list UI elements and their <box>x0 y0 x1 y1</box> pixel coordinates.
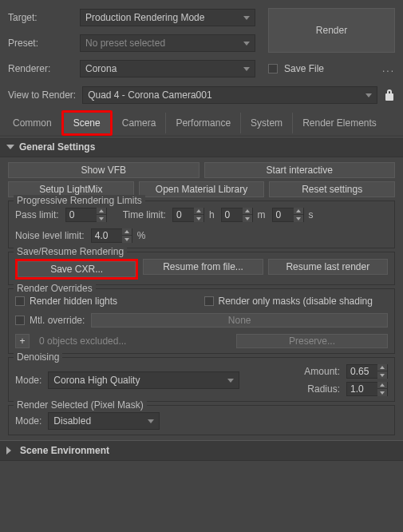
noise-limit-spinner[interactable] <box>91 228 132 243</box>
spinner-down-icon[interactable] <box>97 215 106 222</box>
amount-spinner[interactable] <box>346 364 388 379</box>
open-matlib-button[interactable]: Open Material Library <box>139 181 265 197</box>
save-file-checkbox[interactable] <box>268 64 278 73</box>
add-exclude-button[interactable]: + <box>15 334 30 348</box>
time-s-input[interactable] <box>273 209 294 220</box>
tab-common[interactable]: Common <box>3 113 61 133</box>
preset-label: Preset: <box>8 38 73 49</box>
time-s-spinner[interactable] <box>272 208 304 222</box>
start-interactive-button[interactable]: Start interactive <box>204 162 396 178</box>
section-scene-environment[interactable]: Scene Environment <box>0 440 403 461</box>
noise-limit-input[interactable] <box>92 230 122 241</box>
radius-input[interactable] <box>347 383 377 395</box>
mtl-override-checkbox[interactable] <box>15 316 25 325</box>
pixelmask-mode-label: Mode: <box>15 415 41 427</box>
chevron-down-icon <box>243 42 250 46</box>
save-cxr-button[interactable]: Save CXR... <box>18 261 136 277</box>
mtl-override-label: Mtl. override: <box>30 315 85 326</box>
hidden-lights-checkbox[interactable] <box>15 296 25 306</box>
show-vfb-button[interactable]: Show VFB <box>8 162 200 178</box>
mtl-override-slot[interactable]: None <box>91 313 388 328</box>
radius-label: Radius: <box>307 383 340 395</box>
tab-bar: Common Scene Camera Performance System R… <box>0 110 403 137</box>
render-button[interactable]: Render <box>268 8 395 53</box>
pass-limit-spinner[interactable] <box>65 208 107 222</box>
save-file-browse[interactable]: ... <box>382 63 395 74</box>
renderer-value: Corona <box>85 63 117 74</box>
group-denoising: Denoising Mode: Corona High Quality Amou… <box>8 357 395 402</box>
reset-settings-button[interactable]: Reset settings <box>269 181 395 197</box>
time-m-input[interactable] <box>222 209 243 220</box>
hidden-lights-label: Render hidden lights <box>30 296 117 307</box>
tab-render-elements[interactable]: Render Elements <box>292 113 386 133</box>
radius-spinner[interactable] <box>346 382 388 396</box>
chevron-down-icon <box>243 67 250 71</box>
time-h-spinner[interactable] <box>172 208 204 222</box>
save-file-label: Save File <box>284 63 324 74</box>
group-render-overrides: Render Overrides Render hidden lights Re… <box>8 288 395 354</box>
preset-value: No preset selected <box>85 38 165 49</box>
lock-icon[interactable] <box>384 89 395 101</box>
renderer-dropdown[interactable]: Corona <box>80 60 255 77</box>
chevron-down-icon <box>148 419 154 423</box>
view-dropdown[interactable]: Quad 4 - Corona Camera001 <box>82 86 377 104</box>
chevron-down-icon <box>227 379 234 383</box>
resume-from-file-button[interactable]: Resume from file... <box>143 259 263 275</box>
group-save-resume: Save/Resume Rendering Save CXR... Resume… <box>8 252 395 285</box>
view-value: Quad 4 - Corona Camera001 <box>88 89 211 101</box>
pass-limit-input[interactable] <box>66 209 97 220</box>
time-h-input[interactable] <box>173 209 194 220</box>
target-value: Production Rendering Mode <box>85 12 204 23</box>
denoise-mode-dropdown[interactable]: Corona High Quality <box>48 371 239 389</box>
noise-limit-label: Noise level limit: <box>15 230 85 241</box>
group-progressive-limits: Progressive Rendering Limits Pass limit:… <box>8 200 395 248</box>
excluded-label: 0 objects excluded... <box>34 335 231 347</box>
chevron-down-icon <box>6 145 14 149</box>
group-pixel-mask: Render Selected (Pixel Mask) Mode: Disab… <box>8 405 395 435</box>
section-general-settings[interactable]: General Settings <box>0 137 403 157</box>
spinner-up-icon[interactable] <box>97 208 106 215</box>
only-masks-label: Render only masks (disable shading <box>219 296 373 307</box>
view-label: View to Render: <box>8 89 76 101</box>
tab-performance[interactable]: Performance <box>165 113 240 133</box>
chevron-down-icon <box>243 16 250 20</box>
pass-limit-label: Pass limit: <box>15 209 59 220</box>
time-limit-label: Time limit: <box>123 209 166 220</box>
denoise-mode-label: Mode: <box>15 375 41 386</box>
target-dropdown[interactable]: Production Rendering Mode <box>80 9 255 26</box>
chevron-down-icon <box>365 93 372 97</box>
tab-scene[interactable]: Scene <box>64 113 110 133</box>
time-m-spinner[interactable] <box>221 208 253 222</box>
chevron-right-icon <box>6 447 15 455</box>
tab-camera[interactable]: Camera <box>113 113 166 133</box>
amount-label: Amount: <box>304 366 340 377</box>
amount-input[interactable] <box>347 366 377 377</box>
target-label: Target: <box>8 12 73 23</box>
resume-last-render-button[interactable]: Resume last render <box>268 259 388 275</box>
preserve-button[interactable]: Preserve... <box>236 334 388 348</box>
renderer-label: Renderer: <box>8 63 73 74</box>
tab-system[interactable]: System <box>240 113 292 133</box>
only-masks-checkbox[interactable] <box>204 296 214 306</box>
preset-dropdown[interactable]: No preset selected <box>80 34 255 52</box>
pixelmask-mode-dropdown[interactable]: Disabled <box>48 412 160 430</box>
